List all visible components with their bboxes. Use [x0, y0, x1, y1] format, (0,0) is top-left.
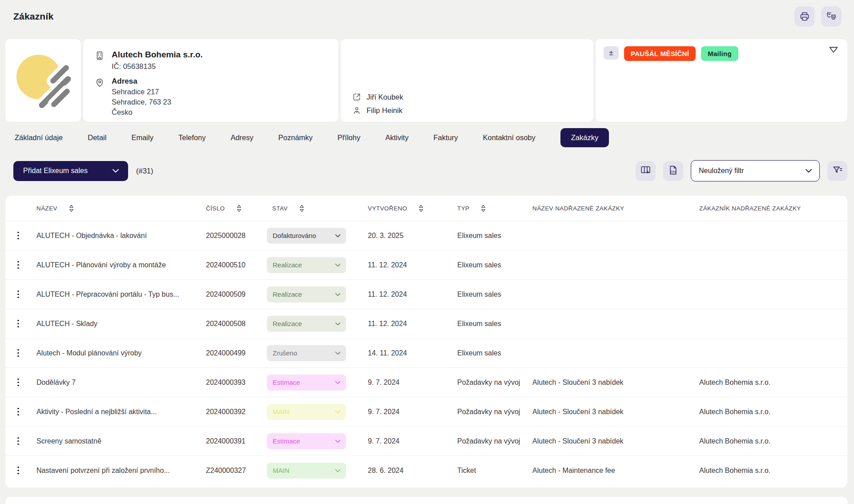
add-elixeum-sales-button[interactable]: Přidat Elixeum sales [13, 161, 128, 181]
order-type: Elixeum sales [450, 320, 526, 328]
status-select[interactable]: Zrušeno [267, 345, 346, 361]
badge-mailing[interactable]: Mailing [701, 46, 738, 61]
table-row[interactable]: Nastavení potvrzení při založení prvního… [5, 456, 847, 485]
printer-icon [799, 11, 810, 22]
tab-adresy[interactable]: Adresy [230, 133, 253, 142]
company-name: Alutech Bohemia s.r.o. [112, 50, 203, 60]
table-row[interactable]: ALUTECH - Objednávka - lakování 20250000… [5, 221, 847, 250]
parent-order-customer: Alutech Bohemia s.r.o. [693, 467, 847, 475]
tab-telefony[interactable]: Telefony [178, 133, 205, 142]
table-row[interactable]: ALUTECH - Přepracování portálu - Typ bus… [5, 279, 847, 309]
top-bar: Zákazník [0, 0, 854, 28]
created-date: 14. 11. 2024 [357, 349, 450, 357]
order-type: Požadavky na vývoj [450, 408, 526, 416]
badge-pausal-mesicni[interactable]: PAUŠÁL MĚSÍČNÍ [624, 46, 696, 61]
created-date: 20. 3. 2025 [357, 232, 450, 240]
status-select[interactable]: MAIN [267, 404, 346, 420]
row-menu-button[interactable] [15, 464, 22, 477]
sort-icon[interactable] [419, 205, 423, 212]
tab-detail[interactable]: Detail [88, 133, 106, 142]
sort-icon[interactable] [69, 205, 74, 212]
chevron-down-icon [335, 293, 341, 296]
table-row[interactable]: Aktivity - Poslední a nejbližší aktivita… [5, 397, 847, 426]
row-menu-button[interactable] [15, 258, 22, 272]
tab-zakladni-udaje[interactable]: Základní údaje [15, 133, 63, 142]
column-header-nazev-nadrazene-zakazky: NÁZEV NADŘAZENÉ ZAKÁZKY [526, 205, 693, 212]
created-date: 11. 12. 2024 [357, 320, 450, 328]
order-name[interactable]: Aktivity - Poslední a nejbližší aktivita… [31, 408, 203, 416]
order-number: 2024000391 [203, 437, 262, 445]
tab-faktury[interactable]: Faktury [433, 133, 458, 142]
collapse-triangle-icon[interactable] [829, 46, 838, 55]
tab-prilohy[interactable]: Přílohy [338, 133, 360, 142]
status-select[interactable]: Estimace [267, 433, 346, 449]
tab-aktivity[interactable]: Aktivity [385, 133, 408, 142]
add-button-label: Přidat Elixeum sales [23, 167, 88, 175]
table-row[interactable]: ALUTECH - Plánování výroby a montáže 202… [5, 250, 847, 279]
customer-cards: Alutech Bohemia s.r.o. IČ: 05638135 Adre… [5, 39, 847, 122]
pagination-footer-strip [5, 497, 847, 504]
status-select[interactable]: Estimace [267, 375, 346, 391]
add-remove-tag-button[interactable]: ± [604, 46, 619, 60]
status-select[interactable]: MAIN [267, 463, 346, 479]
print-button[interactable] [794, 6, 815, 27]
map-pin-icon [95, 77, 105, 117]
export-csv-button[interactable]: CSV [663, 161, 683, 181]
order-name[interactable]: Dodělávky 7 [31, 379, 203, 387]
tab-emaily[interactable]: Emaily [131, 133, 153, 142]
impersonate-button[interactable] [821, 6, 842, 27]
sort-icon[interactable] [481, 205, 486, 212]
order-name[interactable]: ALUTECH - Sklady [31, 320, 203, 328]
row-menu-button[interactable] [15, 288, 22, 301]
table-row[interactable]: Alutech - Modul plánování výroby 2024000… [5, 338, 847, 367]
status-select[interactable]: Realizace [267, 286, 346, 302]
order-type: Elixeum sales [450, 232, 526, 240]
contact-name: Filip Heinik [367, 106, 403, 115]
parent-order-name: Alutech - Sloučení 3 nabídek [526, 379, 693, 387]
sort-icon[interactable] [299, 205, 304, 212]
order-name[interactable]: ALUTECH - Plánování výroby a montáže [31, 261, 203, 269]
table-row[interactable]: Dodělávky 7 2024000393 Estimace 9. 7. 20… [5, 367, 847, 397]
orders-table: NÁZEV ČÍSLO STAV VYTVOŘENO [5, 196, 847, 488]
order-number: 2024000509 [203, 290, 262, 298]
row-menu-button[interactable] [15, 405, 22, 419]
column-header-typ: TYP [450, 205, 526, 212]
order-name[interactable]: Alutech - Modul plánování výroby [31, 349, 203, 357]
order-name[interactable]: Nastavení potvrzení při založení prvního… [31, 467, 203, 475]
row-menu-button[interactable] [15, 435, 22, 448]
order-number: Z240000327 [203, 467, 262, 475]
chevron-down-icon [112, 167, 119, 175]
status-select[interactable]: Realizace [267, 257, 346, 273]
filter-button[interactable] [827, 161, 847, 181]
order-name[interactable]: ALUTECH - Přepracování portálu - Typ bus… [31, 290, 203, 298]
contact-jiri-koubek[interactable]: Jiří Koubek [352, 93, 583, 101]
column-header-vytvoreno: VYTVOŘENO [357, 205, 450, 212]
row-menu-button[interactable] [15, 347, 22, 360]
address-line-1: Sehradice 217 [112, 88, 171, 96]
tab-poznamky[interactable]: Poznámky [278, 133, 313, 142]
person-icon [352, 106, 361, 115]
order-name[interactable]: ALUTECH - Objednávka - lakování [31, 232, 203, 240]
table-row[interactable]: Screeny samostatně 2024000391 Estimace 9… [5, 426, 847, 456]
saved-filter-select[interactable]: Neuložený filtr [691, 160, 820, 181]
order-name[interactable]: Screeny samostatně [31, 437, 203, 445]
order-type: Elixeum sales [450, 349, 526, 357]
sort-icon[interactable] [237, 205, 242, 212]
status-select[interactable]: Realizace [267, 316, 346, 332]
table-header-row: NÁZEV ČÍSLO STAV VYTVOŘENO [5, 196, 847, 221]
tab-kontaktni-osoby[interactable]: Kontaktní osoby [483, 133, 535, 142]
column-settings-button[interactable] [636, 161, 656, 181]
columns-sparkle-icon [640, 165, 651, 177]
status-select[interactable]: Dofakturováno [267, 228, 346, 244]
contact-filip-heinik[interactable]: Filip Heinik [352, 106, 583, 115]
chevron-down-icon [805, 169, 812, 173]
parent-order-name: Alutech - Sloučení 3 nabídek [526, 437, 693, 445]
column-header-nazev: NÁZEV [31, 205, 203, 212]
tab-zakazky[interactable]: Zakázky [560, 128, 609, 147]
chevron-down-icon [335, 263, 341, 267]
table-row[interactable]: ALUTECH - Sklady 2024000508 Realizace 11… [5, 309, 847, 338]
order-type: Požadavky na vývoj [450, 437, 526, 445]
row-menu-button[interactable] [15, 376, 22, 389]
row-menu-button[interactable] [15, 317, 22, 331]
row-menu-button[interactable] [15, 229, 22, 242]
